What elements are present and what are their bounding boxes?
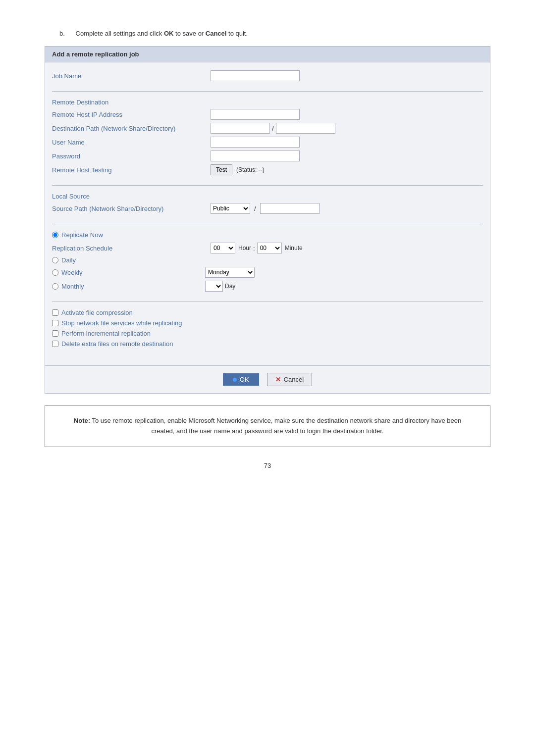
minute-label: Minute: [285, 245, 303, 252]
replicate-now-label: Replicate Now: [61, 231, 103, 239]
weekly-row: Weekly Monday Tuesday Wednesday Thursday…: [52, 267, 483, 278]
activate-compression-checkbox[interactable]: [52, 309, 58, 316]
intro-cancel-word: Cancel: [206, 30, 227, 37]
local-source-header: Local Source: [52, 193, 483, 200]
panel-title: Add a remote replication job: [45, 47, 490, 62]
user-name-input[interactable]: [211, 137, 300, 148]
remote-host-testing-label: Remote Host Testing: [52, 166, 211, 174]
note-prefix: Note:: [74, 417, 90, 424]
minute-select[interactable]: 00 15 30 45: [257, 243, 282, 253]
user-name-label: User Name: [52, 139, 211, 146]
hour-select[interactable]: 00 01 02: [211, 243, 235, 253]
password-input[interactable]: [211, 151, 300, 161]
user-name-row: User Name: [52, 137, 483, 148]
activate-compression-label: Activate file compression: [61, 309, 133, 316]
replication-schedule-label: Replication Schedule: [52, 245, 211, 252]
job-name-label: Job Name: [52, 72, 211, 80]
daily-label: Daily: [61, 256, 76, 264]
intro-text: b. Complete all settings and click OK to…: [59, 30, 490, 37]
source-path-inputs: Public /: [211, 203, 320, 214]
destination-path-dir-input[interactable]: [276, 123, 335, 134]
job-name-row: Job Name: [52, 70, 483, 81]
ok-button[interactable]: OK: [223, 373, 259, 386]
monthly-day-wrap: Day: [205, 281, 235, 292]
ok-label: OK: [240, 376, 249, 383]
password-label: Password: [52, 152, 211, 160]
monthly-label: Monthly: [61, 283, 205, 290]
stop-network-services-label: Stop network file services while replica…: [61, 319, 182, 327]
cancel-label: Cancel: [284, 376, 304, 383]
schedule-controls: 00 01 02 Hour : 00 15 30 45 Minute: [211, 243, 303, 253]
intro-prefix: b.: [59, 30, 65, 37]
intro-text-before: Complete all settings and click: [76, 30, 164, 37]
remote-host-testing-row: Remote Host Testing Test (Status: --): [52, 164, 483, 175]
colon-separator: :: [253, 245, 255, 252]
remote-destination-section: Remote Destination Remote Host IP Addres…: [52, 99, 483, 186]
options-section: Activate file compression Stop network f…: [52, 309, 483, 357]
stop-network-services-checkbox[interactable]: [52, 320, 58, 326]
remote-host-ip-label: Remote Host IP Address: [52, 111, 211, 118]
destination-path-row: Destination Path (Network Share/Director…: [52, 123, 483, 134]
path-separator: /: [272, 125, 274, 132]
form-panel: Add a remote replication job Job Name Re…: [45, 46, 490, 394]
cancel-x-icon: ✕: [275, 376, 281, 383]
monthly-row: Monthly Day: [52, 281, 483, 292]
password-row: Password: [52, 151, 483, 161]
monthly-radio[interactable]: [52, 283, 58, 290]
delete-extra-files-checkbox[interactable]: [52, 341, 58, 347]
test-area: Test (Status: --): [211, 164, 265, 175]
job-name-input[interactable]: [211, 70, 300, 81]
job-name-section: Job Name: [52, 70, 483, 92]
test-button[interactable]: Test: [211, 164, 232, 175]
hour-label: Hour: [238, 245, 251, 252]
weekly-label: Weekly: [61, 269, 205, 276]
ok-dot-icon: [233, 378, 237, 382]
incremental-replication-label: Perform incremental replication: [61, 330, 151, 337]
source-path-row: Source Path (Network Share/Directory) Pu…: [52, 203, 483, 214]
delete-extra-files-label: Delete extra files on remote destination: [61, 340, 173, 348]
page-number: 73: [45, 462, 490, 469]
destination-path-label: Destination Path (Network Share/Director…: [52, 125, 211, 132]
remote-host-ip-row: Remote Host IP Address: [52, 109, 483, 120]
destination-path-inputs: /: [211, 123, 335, 134]
source-share-select[interactable]: Public: [211, 203, 250, 214]
replication-schedule-row: Replication Schedule 00 01 02 Hour : 00 …: [52, 243, 483, 253]
remote-destination-header: Remote Destination: [52, 99, 483, 106]
source-path-dir-input[interactable]: [260, 203, 320, 214]
action-row: OK ✕ Cancel: [45, 365, 490, 393]
replicate-now-row: Replicate Now: [52, 231, 483, 239]
stop-network-services-row: Stop network file services while replica…: [52, 319, 483, 327]
activate-compression-row: Activate file compression: [52, 309, 483, 316]
incremental-replication-row: Perform incremental replication: [52, 330, 483, 337]
weekly-radio[interactable]: [52, 269, 58, 276]
remote-host-ip-input[interactable]: [211, 109, 300, 120]
source-path-separator: /: [254, 205, 256, 212]
intro-ok-word: OK: [164, 30, 174, 37]
weekday-select[interactable]: Monday Tuesday Wednesday Thursday Friday…: [205, 267, 255, 278]
note-text: To use remote replication, enable Micros…: [90, 417, 461, 435]
test-status: (Status: --): [236, 166, 265, 173]
destination-path-share-input[interactable]: [211, 123, 270, 134]
replication-section: Replicate Now Replication Schedule 00 01…: [52, 231, 483, 302]
note-box: Note: To use remote replication, enable …: [45, 405, 490, 447]
cancel-button[interactable]: ✕ Cancel: [267, 373, 312, 386]
local-source-section: Local Source Source Path (Network Share/…: [52, 193, 483, 224]
intro-text-after: to quit.: [226, 30, 248, 37]
daily-row: Daily: [52, 256, 483, 264]
panel-body: Job Name Remote Destination Remote Host …: [45, 62, 490, 365]
day-text: Day: [225, 283, 235, 290]
source-path-label: Source Path (Network Share/Directory): [52, 205, 211, 212]
replicate-now-radio[interactable]: [52, 232, 58, 238]
delete-extra-files-row: Delete extra files on remote destination: [52, 340, 483, 348]
incremental-replication-checkbox[interactable]: [52, 330, 58, 337]
monthly-day-select[interactable]: [205, 281, 223, 292]
daily-radio[interactable]: [52, 257, 58, 263]
page-content: b. Complete all settings and click OK to…: [45, 30, 490, 469]
intro-text-between: to save or: [174, 30, 206, 37]
